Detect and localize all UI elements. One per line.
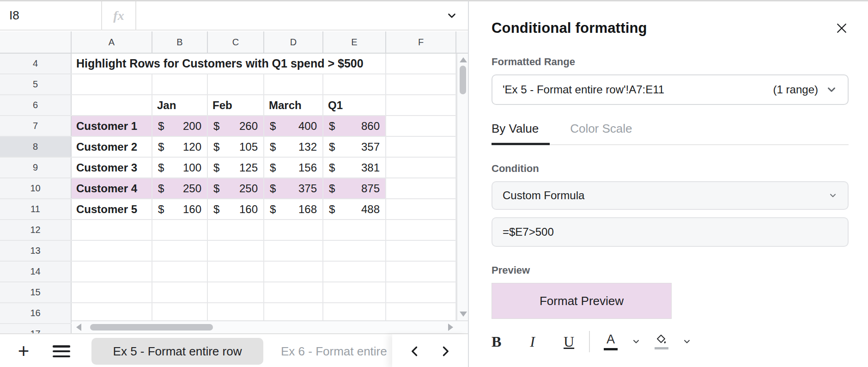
cell[interactable]	[208, 74, 264, 94]
cell[interactable]	[386, 241, 456, 261]
row-header-9[interactable]: 9	[0, 158, 72, 177]
tab-by-value[interactable]: By Value	[492, 122, 550, 144]
cell-value[interactable]: $488	[323, 199, 386, 219]
cell[interactable]	[152, 241, 208, 261]
row-header-7[interactable]: 7	[0, 116, 72, 136]
scroll-up-icon[interactable]	[460, 57, 467, 62]
scroll-left-icon[interactable]	[76, 324, 81, 331]
cell-month-header[interactable]: Q1	[323, 95, 386, 115]
cell[interactable]	[323, 220, 386, 240]
scroll-down-icon[interactable]	[460, 312, 467, 317]
cell-value[interactable]: $250	[208, 178, 264, 198]
cell-value[interactable]: $250	[152, 178, 208, 198]
cell[interactable]	[386, 74, 456, 94]
cell[interactable]	[152, 74, 208, 94]
cell[interactable]	[72, 220, 152, 240]
vertical-scrollbar[interactable]	[456, 54, 468, 320]
cell[interactable]	[264, 262, 323, 281]
cell[interactable]	[264, 220, 323, 240]
formula-input[interactable]	[136, 1, 468, 30]
cell[interactable]	[72, 262, 152, 281]
cell[interactable]	[264, 241, 323, 261]
cell-value[interactable]: $120	[152, 137, 208, 157]
bold-button[interactable]: B	[492, 333, 501, 350]
column-header-D[interactable]: D	[264, 31, 323, 53]
fill-color-chevron-icon[interactable]	[682, 337, 692, 346]
row-header-10[interactable]: 10	[0, 178, 72, 198]
cell-value[interactable]: $260	[208, 116, 264, 136]
cell-value[interactable]: $381	[323, 158, 386, 177]
vertical-scroll-thumb[interactable]	[460, 66, 466, 94]
cell[interactable]	[323, 262, 386, 281]
cell-name-box[interactable]: I8	[0, 1, 102, 30]
cell[interactable]	[152, 262, 208, 281]
cell[interactable]	[152, 282, 208, 302]
cell-month-header[interactable]: Jan	[152, 95, 208, 115]
horizontal-scrollbar[interactable]	[72, 320, 468, 333]
tab-color-scale[interactable]: Color Scale	[570, 122, 632, 144]
chevron-right-icon[interactable]	[438, 343, 452, 359]
cell[interactable]	[208, 262, 264, 281]
condition-type-select[interactable]: Custom Formula	[492, 181, 849, 210]
cell[interactable]	[264, 74, 323, 94]
cell-customer-name[interactable]: Customer 5	[72, 199, 152, 219]
row-header-13[interactable]: 13	[0, 241, 72, 261]
fill-color-button[interactable]	[655, 334, 668, 349]
cell[interactable]	[323, 282, 386, 302]
cell-month-header[interactable]: Feb	[208, 95, 264, 115]
cell-value[interactable]: $375	[264, 178, 323, 198]
cell-value[interactable]: $105	[208, 137, 264, 157]
close-panel-button[interactable]	[835, 21, 849, 35]
cell[interactable]	[208, 282, 264, 302]
column-header-A[interactable]: A	[72, 31, 152, 53]
cell[interactable]	[386, 54, 456, 73]
column-header-C[interactable]: C	[208, 31, 264, 53]
text-color-button[interactable]: A	[604, 333, 618, 350]
cell[interactable]	[386, 262, 456, 281]
cell[interactable]	[386, 116, 456, 136]
cell-value[interactable]: $160	[208, 199, 264, 219]
row-header-12[interactable]: 12	[0, 220, 72, 240]
row-header-15[interactable]: 15	[0, 282, 72, 302]
cell-value[interactable]: $156	[264, 158, 323, 177]
sheet-tab-ex5[interactable]: Ex 5 - Format entire row	[91, 338, 263, 365]
cell[interactable]	[386, 137, 456, 157]
scroll-right-icon[interactable]	[448, 324, 453, 331]
chevron-left-icon[interactable]	[408, 343, 422, 359]
cell-value[interactable]: $100	[152, 158, 208, 177]
cell-value[interactable]: $860	[323, 116, 386, 136]
row-header-6[interactable]: 6	[0, 95, 72, 115]
cell[interactable]	[323, 74, 386, 94]
cell-month-header[interactable]: March	[264, 95, 323, 115]
row-header-4[interactable]: 4	[0, 54, 72, 73]
custom-formula-input[interactable]: =$E7>500	[492, 217, 849, 247]
cell-title[interactable]: Highlight Rows for Customers with Q1 spe…	[72, 54, 386, 73]
cell[interactable]	[386, 158, 456, 177]
select-all-corner[interactable]	[0, 31, 72, 53]
cell-value[interactable]: $200	[152, 116, 208, 136]
cell-value[interactable]: $357	[323, 137, 386, 157]
row-header-5[interactable]: 5	[0, 74, 72, 94]
cell[interactable]	[72, 95, 152, 115]
cell[interactable]	[386, 199, 456, 219]
cell[interactable]	[72, 74, 152, 94]
row-header-17[interactable]: 17	[0, 324, 72, 333]
cell-customer-name[interactable]: Customer 1	[72, 116, 152, 136]
cell-customer-name[interactable]: Customer 3	[72, 158, 152, 177]
add-sheet-button[interactable]: +	[14, 342, 33, 361]
cell[interactable]	[386, 95, 456, 115]
cell-value[interactable]: $875	[323, 178, 386, 198]
cell-customer-name[interactable]: Customer 2	[72, 137, 152, 157]
cell-value[interactable]: $168	[264, 199, 323, 219]
cell-value[interactable]: $132	[264, 137, 323, 157]
chevron-down-icon[interactable]	[446, 10, 458, 22]
cell[interactable]	[386, 282, 456, 302]
cell-value[interactable]: $400	[264, 116, 323, 136]
row-header-16[interactable]: 16	[0, 303, 72, 323]
cell[interactable]	[208, 241, 264, 261]
cell[interactable]	[72, 282, 152, 302]
all-sheets-menu-button[interactable]	[53, 345, 70, 357]
cell[interactable]	[264, 282, 323, 302]
row-header-11[interactable]: 11	[0, 199, 72, 219]
cell-customer-name[interactable]: Customer 4	[72, 178, 152, 198]
